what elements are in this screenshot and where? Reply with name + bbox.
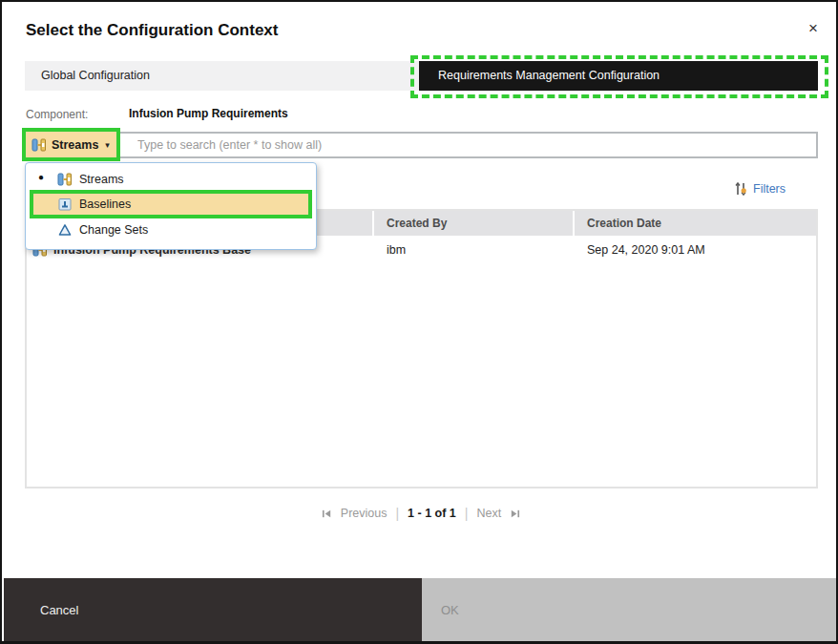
menu-item-streams[interactable]: ● Streams: [26, 168, 316, 190]
cancel-button[interactable]: Cancel: [4, 578, 422, 641]
ok-button[interactable]: OK: [422, 578, 838, 641]
ok-label: OK: [441, 603, 459, 617]
type-selector-label: Streams: [52, 138, 98, 152]
previous-page-button[interactable]: Previous: [341, 507, 388, 520]
first-page-button[interactable]: [322, 509, 332, 519]
first-page-icon: [322, 509, 332, 519]
results-table: Created By Creation Date Infusion Pump R…: [25, 209, 818, 488]
next-label: Next: [476, 507, 501, 520]
column-header-creation-date[interactable]: Creation Date: [575, 211, 816, 236]
tab-label: Requirements Management Configuration: [438, 69, 660, 82]
tab-global-configuration[interactable]: Global Configuration: [25, 61, 419, 91]
component-label: Component:: [26, 108, 88, 121]
menu-item-label: Baselines: [79, 197, 131, 211]
cancel-label: Cancel: [40, 603, 78, 617]
row-created-by: ibm: [374, 243, 575, 257]
pagination-separator: |: [395, 506, 399, 521]
filters-link[interactable]: Filters: [733, 181, 786, 197]
search-input[interactable]: [25, 132, 818, 158]
close-icon[interactable]: ×: [803, 18, 824, 39]
row-creation-date: Sep 24, 2020 9:01 AM: [575, 243, 816, 257]
menu-item-baselines[interactable]: Baselines: [30, 190, 312, 218]
type-selector-button[interactable]: Streams ▾: [26, 132, 116, 157]
pagination-separator: |: [465, 506, 469, 521]
menu-item-label: Change Sets: [79, 223, 148, 237]
pagination-range: 1 - 1 of 1: [408, 507, 456, 520]
filter-icon: [733, 181, 748, 197]
select-configuration-context-dialog: Select the Configuration Context × Globa…: [0, 0, 838, 644]
stream-icon: [31, 137, 47, 153]
filters-label: Filters: [753, 182, 786, 196]
menu-item-label: Streams: [79, 173, 124, 186]
tab-requirements-management-configuration[interactable]: Requirements Management Configuration: [419, 61, 818, 91]
tab-label: Global Configuration: [41, 69, 150, 82]
changeset-icon: [57, 222, 73, 238]
stream-icon: [57, 172, 73, 187]
chevron-down-icon: ▾: [105, 140, 110, 150]
column-header-created-by[interactable]: Created By: [374, 211, 575, 236]
pagination: Previous | 1 - 1 of 1 | Next: [2, 506, 838, 521]
component-value: Infusion Pump Requirements: [129, 107, 288, 120]
menu-item-change-sets[interactable]: Change Sets: [26, 218, 316, 240]
selected-bullet-icon: ●: [38, 172, 44, 182]
last-page-icon: [510, 509, 520, 519]
annotation-solid-highlight-type-selector: Streams ▾: [22, 128, 120, 161]
previous-label: Previous: [341, 507, 388, 520]
next-page-button[interactable]: Next: [476, 507, 501, 520]
type-selector-menu: ● Streams Baselines: [25, 162, 317, 250]
baseline-icon: [57, 197, 73, 212]
dialog-title: Select the Configuration Context: [26, 21, 278, 40]
last-page-button[interactable]: [510, 509, 520, 519]
